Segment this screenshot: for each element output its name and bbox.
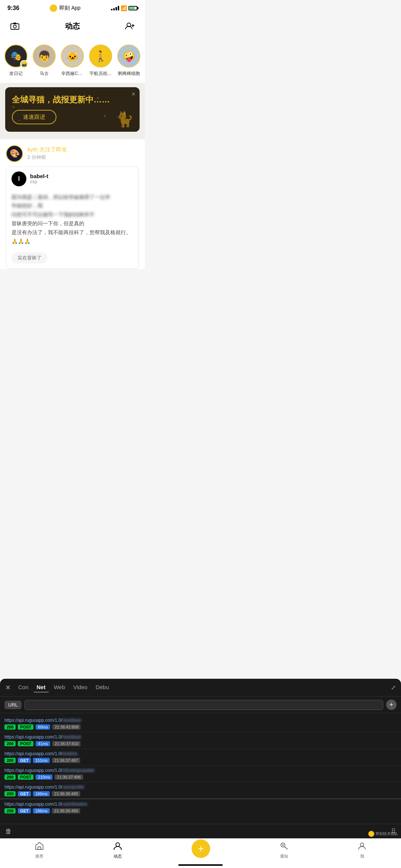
page-title: 动态 <box>65 21 80 31</box>
feed-action-text: kyth 关注了即友 <box>27 146 139 153</box>
wifi-icon: 📶 <box>121 5 127 11</box>
svg-point-1 <box>13 25 16 28</box>
story-self[interactable]: 🎭 📷 发日记 <box>4 45 27 77</box>
story-xinxiya-label: 辛西娅Cy… <box>61 71 84 77</box>
story-zhou-label: 粥稀稀细胞 <box>118 71 140 77</box>
card-username: babel-t <box>30 173 133 179</box>
svg-rect-2 <box>13 23 16 24</box>
status-center: ⚡ 即刻 App <box>50 4 81 12</box>
card-subtitle: intp <box>30 179 133 184</box>
feed-card-content: 因为我是｜菜鸡，所以给学妹推荐了一位学 学姐您好，我 问您可不可以辅导一下我的结… <box>6 189 138 250</box>
add-user-button[interactable] <box>123 19 137 33</box>
banner-follow-button[interactable]: 速速跟进 <box>12 110 56 124</box>
card-avatar: I <box>12 171 26 186</box>
feed-meta: kyth 关注了即友 2 分钟前 <box>27 146 139 161</box>
lightning-icon: ⚡ <box>50 4 57 12</box>
story-yuhang[interactable]: 🚶 宇航员祝… <box>89 45 112 77</box>
story-self-label: 发日记 <box>9 71 23 77</box>
status-icons: 📶 <box>111 5 137 11</box>
header: 动态 <box>0 15 145 39</box>
feed-user-avatar[interactable]: 🎨 <box>6 145 23 162</box>
signal-bars <box>111 6 119 10</box>
story-xinxiya[interactable]: 🐱 辛西娅Cy… <box>61 45 84 77</box>
app-name-status: 即刻 App <box>59 5 81 12</box>
feed-header: 🎨 kyth 关注了即友 2 分钟前 <box>6 145 139 162</box>
banner-cat-decoration: 🐈 <box>115 111 134 128</box>
banner: × 全城寻猫，战报更新中…… 速速跟进 🐈 ✦ ✦ • ✦ ✦ <box>5 87 140 132</box>
story-yuhang-avatar: 🚶 <box>89 45 112 68</box>
feed-card[interactable]: I babel-t intp 因为我是｜菜鸡，所以给学妹推荐了一位学 学姐您好，… <box>6 167 139 269</box>
feed-item-1: 🎨 kyth 关注了即友 2 分钟前 I babel-t intp 因为我是｜菜… <box>0 139 145 269</box>
story-xinxiya-avatar: 🐱 <box>61 45 84 68</box>
battery-icon <box>128 6 137 10</box>
banner-title: 全城寻猫，战报更新中…… <box>12 95 133 105</box>
story-zhou-avatar: 🤪 <box>117 45 140 68</box>
feed-action-verb: 关注了即友 <box>39 146 67 153</box>
feed-username: kyth <box>27 146 38 153</box>
story-magu-avatar: 👦 <box>33 45 56 68</box>
svg-rect-0 <box>11 24 19 29</box>
story-yuhang-label: 宇航员祝… <box>89 71 112 77</box>
card-footer-text: 实在冒昧了 <box>6 249 138 269</box>
stories-row: 🎭 📷 发日记 👦 马古 🐱 辛西娅Cy… 🚶 宇航员祝… <box>0 39 145 83</box>
feed-time: 2 分钟前 <box>27 154 139 161</box>
feed-card-header: I babel-t intp <box>6 167 138 189</box>
story-magu[interactable]: 👦 马古 <box>33 45 56 77</box>
status-time: 9:36 <box>7 5 19 12</box>
story-magu-label: 马古 <box>40 71 49 77</box>
status-bar: 9:36 ⚡ 即刻 App 📶 <box>0 0 145 15</box>
banner-close-button[interactable]: × <box>132 91 135 98</box>
section-divider <box>0 136 145 139</box>
card-tag: 实在冒昧了 <box>12 252 48 263</box>
story-camera-badge: 📷 <box>20 60 28 68</box>
story-zhou[interactable]: 🤪 粥稀稀细胞 <box>117 45 140 77</box>
camera-button[interactable] <box>7 19 22 33</box>
card-avatar-letter: I <box>18 176 20 182</box>
card-user-info: babel-t intp <box>30 173 133 184</box>
banner-section: × 全城寻猫，战报更新中…… 速速跟进 🐈 ✦ ✦ • ✦ ✦ <box>0 83 145 136</box>
